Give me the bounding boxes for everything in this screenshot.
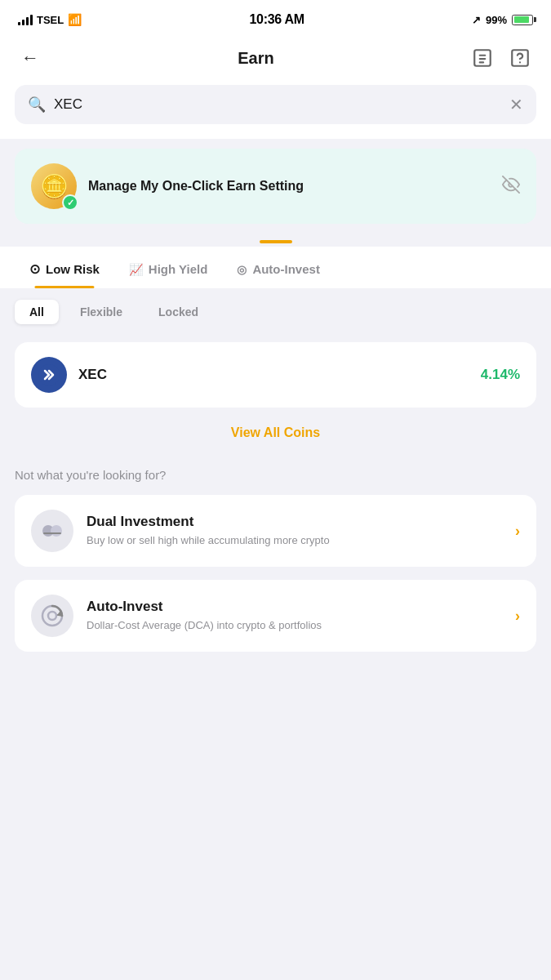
xec-logo (31, 357, 67, 393)
location-icon: ↗ (472, 14, 481, 26)
earn-banner-text: Manage My One-Click Earn Setting (88, 179, 304, 194)
high-yield-icon: 📈 (129, 263, 143, 276)
xec-symbol: XEC (78, 367, 107, 383)
tab-low-risk[interactable]: ⊙ Low Risk (15, 253, 114, 288)
xec-row[interactable]: XEC 4.14% (15, 342, 536, 408)
yellow-separator (0, 234, 551, 247)
earn-banner[interactable]: 🪙 ✓ Manage My One-Click Earn Setting (15, 149, 536, 224)
tab-auto-invest-label: Auto-Invest (252, 262, 320, 276)
auto-invest-text: Auto-Invest Dollar-Cost Average (DCA) in… (87, 599, 502, 633)
back-button[interactable]: ← (18, 44, 42, 72)
auto-invest-item[interactable]: Auto-Invest Dollar-Cost Average (DCA) in… (15, 580, 536, 652)
low-risk-icon: ⊙ (29, 261, 40, 277)
signal-icon (18, 14, 33, 25)
alternatives-label: Not what you're looking for? (15, 468, 536, 482)
view-all-wrap: View All Coins (15, 411, 536, 445)
header-icons (469, 45, 533, 71)
search-input[interactable] (54, 96, 501, 113)
search-section: 🔍 ✕ (0, 85, 551, 139)
status-time: 10:36 AM (249, 12, 304, 27)
dual-investment-desc: Buy low or sell high while accumulating … (87, 533, 502, 548)
search-bar: 🔍 ✕ (15, 85, 536, 124)
header: ← Earn (0, 36, 551, 85)
main-tabs: ⊙ Low Risk 📈 High Yield ◎ Auto-Invest (0, 247, 551, 288)
auto-invest-icon-alt (31, 595, 73, 637)
page-title: Earn (238, 49, 273, 68)
xec-row-left: XEC (31, 357, 107, 393)
dual-investment-icon (31, 510, 73, 552)
tab-low-risk-label: Low Risk (46, 262, 100, 276)
auto-invest-title: Auto-Invest (87, 599, 502, 615)
status-right: ↗ 99% (472, 14, 533, 26)
dual-investment-arrow: › (515, 523, 520, 540)
search-icon: 🔍 (28, 96, 46, 114)
view-all-button[interactable]: View All Coins (231, 425, 320, 440)
wifi-icon: 📶 (68, 13, 82, 26)
auto-invest-icon: ◎ (237, 263, 247, 276)
earn-banner-left: 🪙 ✓ Manage My One-Click Earn Setting (31, 163, 304, 209)
auto-invest-arrow: › (515, 608, 520, 625)
status-left: TSEL 📶 (18, 13, 82, 26)
check-badge: ✓ (62, 194, 78, 211)
history-icon[interactable] (469, 45, 495, 71)
dual-investment-item[interactable]: Dual Investment Buy low or sell high whi… (15, 495, 536, 567)
battery-icon (512, 15, 533, 25)
coin-icon-wrap: 🪙 ✓ (31, 163, 77, 209)
alternatives-section: Not what you're looking for? Dual Invest… (0, 455, 551, 652)
battery-pct: 99% (486, 14, 507, 26)
subtab-all[interactable]: All (15, 300, 59, 324)
svg-point-12 (48, 612, 56, 620)
eye-slash-icon[interactable] (502, 176, 520, 198)
subtab-locked[interactable]: Locked (144, 300, 213, 324)
carrier-label: TSEL (37, 14, 64, 26)
tab-high-yield[interactable]: 📈 High Yield (114, 253, 223, 288)
subtab-flexible[interactable]: Flexible (65, 300, 137, 324)
tabs-section: ⊙ Low Risk 📈 High Yield ◎ Auto-Invest Al… (0, 247, 551, 332)
auto-invest-desc: Dollar-Cost Average (DCA) into crypto & … (87, 618, 502, 633)
dual-investment-title: Dual Investment (87, 514, 502, 530)
status-bar: TSEL 📶 10:36 AM ↗ 99% (0, 0, 551, 36)
xec-rate: 4.14% (481, 367, 520, 383)
svg-point-9 (51, 525, 62, 537)
sub-tabs: All Flexible Locked (0, 288, 551, 332)
tab-auto-invest[interactable]: ◎ Auto-Invest (222, 253, 335, 288)
content-section: XEC 4.14% View All Coins (0, 332, 551, 455)
tab-high-yield-label: High Yield (149, 262, 208, 276)
search-clear-button[interactable]: ✕ (509, 95, 523, 114)
help-icon[interactable] (507, 45, 533, 71)
dual-investment-text: Dual Investment Buy low or sell high whi… (87, 514, 502, 548)
